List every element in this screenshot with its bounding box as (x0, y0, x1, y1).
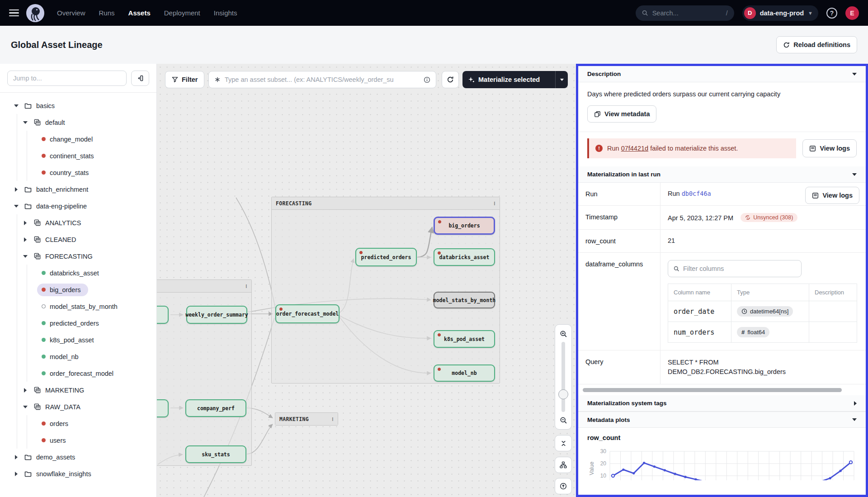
layout-hierarchy-button[interactable] (555, 457, 572, 473)
sidebar-item-CLEANED[interactable]: CLEANED (0, 231, 156, 248)
sidebar-item-orders[interactable]: orders (0, 415, 156, 432)
filter-button[interactable]: Filter (165, 71, 204, 88)
asset-node-clipped_left_2[interactable] (157, 399, 169, 417)
sidebar-item-change_model[interactable]: change_model (0, 131, 156, 147)
asset-node-sku_stats[interactable]: sku_stats (185, 445, 246, 463)
sidebar-item-continent_stats[interactable]: continent_stats (0, 147, 156, 164)
collapse-groups-button[interactable] (555, 435, 572, 451)
sidebar-item-order_forecast_model[interactable]: order_forecast_model (0, 365, 156, 382)
sidebar-item-snowflake_insights[interactable]: snowflake_insights (0, 465, 156, 482)
group-expand-icon[interactable]: ⁞ (494, 200, 495, 206)
nav-link-deployment[interactable]: Deployment (164, 9, 200, 17)
view-logs-button[interactable]: View logs (802, 139, 857, 157)
asset-node-k8s_pod_asset[interactable]: k8s_pod_asset (434, 330, 495, 348)
reload-definitions-button[interactable]: Reload definitions (776, 36, 857, 53)
zoom-in-button[interactable] (560, 327, 567, 340)
sidebar-item-model_stats_by_month[interactable]: model_stats_by_month (0, 298, 156, 315)
jump-to-input[interactable] (7, 71, 127, 86)
materialize-main[interactable]: Materialize selected (462, 76, 555, 83)
materialize-selected-button[interactable]: Materialize selected (462, 71, 568, 88)
group-header-FORECASTING[interactable]: FORECASTING⁞ (272, 197, 500, 210)
group-expand-icon[interactable]: ⁞ (332, 416, 334, 422)
caret-right-icon[interactable] (14, 472, 19, 476)
caret-down-icon[interactable] (23, 121, 28, 124)
environment-switcher[interactable]: D data-eng-prod ▼ (742, 5, 818, 21)
refresh-graph-button[interactable] (442, 71, 459, 88)
sidebar-item-batch_enrichment[interactable]: batch_enrichment (0, 181, 156, 198)
caret-down-icon[interactable] (14, 104, 19, 107)
sidebar-item-FORECASTING[interactable]: FORECASTING (0, 248, 156, 265)
info-icon[interactable] (424, 76, 430, 83)
asset-group-icon (34, 403, 41, 410)
caret-right-icon[interactable] (23, 221, 28, 225)
asset-node-weekly_order_summary[interactable]: weekly_order_summary (186, 306, 247, 324)
sidebar-item-RAW_DATA[interactable]: RAW_DATA (0, 398, 156, 415)
asset-node-big_orders[interactable]: big_orders (434, 217, 495, 235)
caret-right-icon[interactable] (23, 388, 28, 393)
asset-node-company_perf[interactable]: company_perf (185, 399, 246, 417)
view-metadata-button[interactable]: View metadata (587, 105, 656, 123)
sidebar-item-predicted_orders[interactable]: predicted_orders (0, 315, 156, 331)
zoom-out-button[interactable] (560, 414, 567, 426)
zoom-slider[interactable] (561, 342, 565, 412)
sidebar-item-basics[interactable]: basics (0, 97, 156, 114)
asset-node-model_stats_by_month[interactable]: model_stats_by_month (434, 292, 495, 308)
filter-columns-input[interactable]: Filter columns (668, 260, 802, 277)
plot-title: row_count (587, 434, 857, 441)
asset-node-clipped_left_1[interactable] (157, 306, 169, 324)
asset-node-model_nb[interactable]: model_nb (434, 364, 495, 382)
caret-right-icon[interactable] (23, 237, 28, 242)
zoom-slider-handle[interactable] (558, 389, 568, 399)
view-logs-button[interactable]: View logs (805, 187, 859, 204)
asset-subset-input[interactable]: Type an asset subset... (ex: ANALYTICS/w… (208, 71, 436, 88)
run-id-link[interactable]: db0cf46a (682, 190, 711, 197)
collapse-sidebar-button[interactable] (131, 71, 149, 86)
sidebar-item-data-eng-pipeline[interactable]: data-eng-pipeline (0, 198, 156, 214)
caret-down-icon[interactable] (23, 406, 28, 408)
tree-guide (27, 348, 27, 365)
sidebar-item-country_stats[interactable]: country_stats (0, 164, 156, 181)
sidebar-item-ANALYTICS[interactable]: ANALYTICS (0, 214, 156, 231)
recenter-button[interactable] (555, 478, 572, 494)
sidebar-item-databricks_asset[interactable]: databricks_asset (0, 265, 156, 281)
help-icon[interactable]: ? (826, 8, 837, 19)
horizontal-scrollbar[interactable] (583, 388, 842, 392)
avatar[interactable]: E (845, 6, 859, 20)
failed-run-link[interactable]: 07f4421d (621, 145, 648, 152)
sidebar-item-default[interactable]: default (0, 114, 156, 131)
caret-right-icon[interactable] (14, 187, 19, 192)
sidebar-item-demo_assets[interactable]: demo_assets (0, 449, 156, 465)
dagster-logo-icon[interactable] (26, 4, 44, 22)
asset-node-order_forecast_model[interactable]: order_forecast_model (275, 304, 340, 323)
tree-guide (17, 164, 17, 181)
view-logs-label: View logs (822, 192, 853, 199)
node-label: company_perf (197, 405, 235, 412)
caret-down-icon[interactable] (23, 255, 28, 258)
caret-right-icon[interactable] (14, 455, 19, 459)
nav-link-runs[interactable]: Runs (99, 9, 115, 17)
materialize-dropdown-button[interactable] (555, 71, 568, 88)
caret-down-icon[interactable] (14, 205, 19, 208)
tree-guide (27, 164, 27, 181)
asset-node-databricks_asset[interactable]: databricks_asset (434, 248, 495, 266)
sidebar-item-big_orders[interactable]: big_orders (0, 281, 156, 298)
group-header-MARKETING[interactable]: MARKETING⁞ (275, 413, 338, 426)
asset-node-predicted_orders[interactable]: predicted_orders (355, 248, 417, 266)
sidebar-item-users[interactable]: users (0, 432, 156, 449)
sidebar-item-MARKETING[interactable]: MARKETING (0, 382, 156, 398)
lineage-canvas[interactable]: ⁞FORECASTING⁞MARKETING⁞ weekly_order_sum… (157, 64, 576, 497)
nav-link-overview[interactable]: Overview (57, 9, 85, 17)
nav-link-assets[interactable]: Assets (128, 9, 151, 17)
section-materialization-last-run[interactable]: Materialization in last run (578, 166, 866, 183)
group-header-partial[interactable]: ⁞ (157, 280, 251, 293)
sidebar-item-k8s_pod_asset[interactable]: k8s_pod_asset (0, 331, 156, 348)
group-expand-icon[interactable]: ⁞ (245, 283, 247, 289)
hamburger-menu-icon[interactable] (9, 9, 19, 17)
column-header-type: Type (731, 284, 809, 301)
section-description[interactable]: Description (578, 66, 866, 82)
section-metadata-plots[interactable]: Metadata plots (578, 412, 866, 428)
section-system-tags[interactable]: Materialization system tags (578, 395, 866, 412)
nav-link-insights[interactable]: Insights (214, 9, 237, 17)
global-search-input[interactable]: Search... / (636, 5, 734, 21)
sidebar-item-model_nb[interactable]: model_nb (0, 348, 156, 365)
